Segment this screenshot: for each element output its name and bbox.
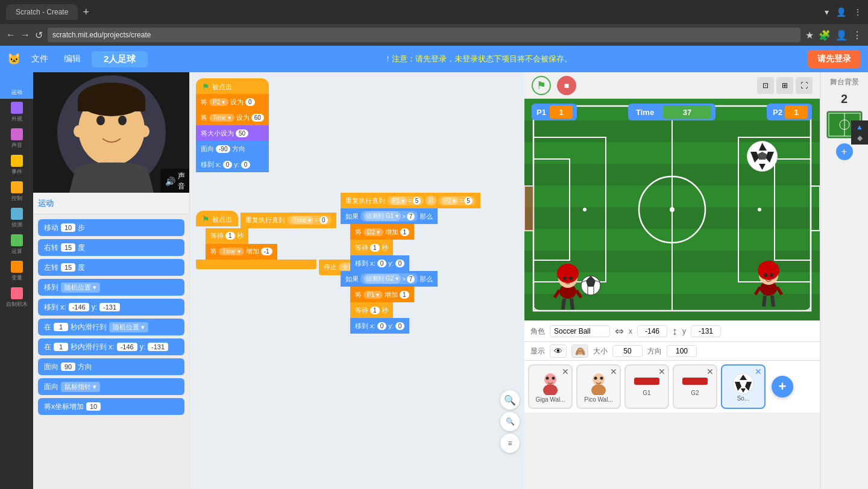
wait-1-sec-2[interactable]: 等待 1 秒 bbox=[350, 302, 393, 318]
if-g2-block[interactable]: 如果 侦测到 G2 ▾ > 7 那么 bbox=[341, 271, 438, 287]
sprite-item-soccer[interactable]: ✕ So... bbox=[721, 364, 766, 409]
blocks-area: 移动 10 步 右转 15 度 左转 15 度 bbox=[33, 214, 189, 489]
sprite-item-pico[interactable]: ✕ Pico Wal... bbox=[576, 364, 621, 409]
forward-icon[interactable]: → bbox=[20, 30, 30, 40]
mini-icon-1[interactable]: ▲ bbox=[856, 123, 863, 131]
block-group-1: ⚑ 被点击 将 P2 ▾ 设为 0 将 Time bbox=[196, 78, 269, 172]
direction-input[interactable] bbox=[667, 345, 697, 357]
browser-controls: ▾ 👤 ⋮ bbox=[825, 7, 862, 17]
sidebar-item-motion[interactable]: 运动 bbox=[0, 72, 33, 99]
sound-tab[interactable]: 🔊 声音 bbox=[160, 169, 189, 193]
sprite-name-input[interactable] bbox=[550, 325, 610, 337]
move-to-xy-block[interactable]: 移到 x: -146 y: -131 bbox=[38, 299, 184, 316]
goto-0-0-inner[interactable]: 移到 x: 0 y: 0 bbox=[350, 255, 409, 271]
menu-dots-icon[interactable]: ⋮ bbox=[852, 30, 862, 41]
change-x-block[interactable]: 将x坐标增加 10 bbox=[38, 398, 184, 415]
chevron-down-icon[interactable]: ▾ bbox=[825, 7, 829, 17]
sprite-item-g2[interactable]: ✕ G2 bbox=[673, 364, 717, 409]
project-name-tab[interactable]: 2人足球 bbox=[92, 51, 148, 67]
x-value-input[interactable] bbox=[637, 325, 667, 337]
change-time-block[interactable]: 将 Time ▾ 增加 -1 bbox=[206, 244, 277, 260]
add-backdrop-button[interactable]: + bbox=[836, 143, 853, 160]
svg-point-42 bbox=[770, 273, 773, 277]
delete-g2-icon[interactable]: ✕ bbox=[706, 367, 714, 376]
glide-random-block[interactable]: 在 1 秒内滑行到 随机位置 ▾ bbox=[38, 319, 184, 335]
fullscreen-btn[interactable]: ⛶ bbox=[796, 77, 813, 94]
glide-xy-block[interactable]: 在 1 秒内滑行到 x: -146 y: -131 bbox=[38, 338, 184, 355]
svg-point-4 bbox=[118, 116, 127, 125]
move-to-block[interactable]: 移到 随机位置 ▾ bbox=[38, 279, 184, 296]
hat-block-2[interactable]: ⚑ 被点击 bbox=[196, 211, 238, 226]
sprite-properties: 角色 ⇔ x ↕ y bbox=[524, 320, 820, 341]
sidebar-item-sensing[interactable]: 侦测 bbox=[0, 205, 33, 231]
bookmark-icon[interactable]: ★ bbox=[805, 30, 814, 41]
new-tab-button[interactable]: + bbox=[83, 6, 89, 19]
sprite-list-area: ✕ Giga Wal... ✕ bbox=[524, 360, 820, 413]
size-input[interactable] bbox=[612, 345, 643, 357]
zoom-fit-button[interactable]: ≡ bbox=[500, 434, 520, 453]
svg-text:1: 1 bbox=[794, 108, 798, 117]
direction-block[interactable]: 面向 -90 方向 bbox=[196, 141, 269, 157]
zoom-in-button[interactable]: 🔍 bbox=[500, 390, 520, 410]
sprite-item-giga[interactable]: ✕ Giga Wal... bbox=[528, 364, 573, 409]
sidebar-item-operators[interactable]: 运算 bbox=[0, 231, 33, 258]
sidebar-item-looks[interactable]: 外观 bbox=[0, 99, 33, 125]
delete-giga-icon[interactable]: ✕ bbox=[562, 367, 569, 376]
goto-xy-2[interactable]: 移到 x: 0 y: 0 bbox=[350, 318, 409, 334]
repeat-until-block[interactable]: 重复执行直到 Time ▾ = 0 bbox=[241, 213, 336, 228]
sidebar-item-sound[interactable]: 声音 bbox=[0, 125, 33, 152]
set-p2-block[interactable]: 将 P2 ▾ 设为 0 bbox=[196, 94, 269, 110]
smaller-stage-btn[interactable]: ⊡ bbox=[757, 77, 774, 94]
bigger-stage-btn[interactable]: ⊞ bbox=[776, 77, 793, 94]
more-icon[interactable]: ⋮ bbox=[854, 7, 862, 17]
login-button[interactable]: 请先登录 bbox=[808, 50, 861, 68]
delete-soccer-icon[interactable]: ✕ bbox=[755, 367, 762, 376]
left-icon-panel: 运动 外观 声音 事件 控制 侦测 bbox=[0, 72, 33, 489]
goto-block[interactable]: 移到 x: 0 y: 0 bbox=[196, 157, 269, 172]
sprite-label: 角色 bbox=[530, 326, 545, 337]
svg-point-26 bbox=[583, 208, 587, 211]
y-label: y bbox=[682, 327, 686, 335]
sprite-item-g1[interactable]: ✕ G1 bbox=[624, 364, 669, 409]
back-icon[interactable]: ← bbox=[6, 30, 16, 40]
sidebar-item-variables[interactable]: 变量 bbox=[0, 258, 33, 284]
mini-icon-2[interactable]: ◆ bbox=[857, 134, 863, 142]
blocks-panel: 🔊 声音 运动 移动 10 步 bbox=[33, 72, 190, 489]
show-button[interactable]: 👁 bbox=[550, 344, 567, 358]
wait-1-sec[interactable]: 等待 1 秒 bbox=[350, 240, 393, 255]
face-pointer-block[interactable]: 面向 鼠标指针 ▾ bbox=[38, 378, 184, 395]
svg-point-32 bbox=[563, 276, 567, 280]
sidebar-item-control[interactable]: 控制 bbox=[0, 178, 33, 205]
sidebar-item-events[interactable]: 事件 bbox=[0, 152, 33, 178]
y-value-input[interactable] bbox=[691, 325, 721, 337]
add-sprite-button[interactable]: + bbox=[772, 376, 793, 397]
repeat-until-score[interactable]: 重复执行直到 P1 ▾ = 5 且 P2 ▾ = 5 bbox=[341, 193, 480, 208]
delete-g1-icon[interactable]: ✕ bbox=[658, 367, 665, 376]
face-direction-block[interactable]: 面向 90 方向 bbox=[38, 358, 184, 375]
browser-bar: Scratch - Create + ▾ 👤 ⋮ bbox=[0, 0, 868, 24]
turn-right-block[interactable]: 右转 15 度 bbox=[38, 239, 184, 256]
reload-icon[interactable]: ↺ bbox=[35, 30, 43, 41]
hat-block[interactable]: ⚑ 被点击 bbox=[196, 78, 269, 94]
address-bar[interactable]: scratch.mit.edu/projects/create bbox=[48, 28, 800, 42]
green-flag-button[interactable]: ⚑ bbox=[532, 76, 551, 95]
file-menu-btn[interactable]: 文件 bbox=[27, 51, 53, 67]
change-p1[interactable]: 将 P1 ▾ 增加 1 bbox=[350, 287, 414, 302]
hide-button[interactable]: 🙈 bbox=[571, 344, 588, 358]
turn-left-block[interactable]: 左转 15 度 bbox=[38, 259, 184, 276]
edit-menu-btn[interactable]: 编辑 bbox=[59, 51, 86, 67]
profile-icon[interactable]: 👤 bbox=[835, 30, 848, 41]
delete-pico-icon[interactable]: ✕ bbox=[610, 367, 617, 376]
puzzle-icon[interactable]: 🧩 bbox=[819, 30, 831, 41]
browser-tab[interactable]: Scratch - Create bbox=[6, 4, 78, 20]
zoom-out-button[interactable]: 🔍 bbox=[500, 412, 520, 431]
set-time-block[interactable]: 将 Time ▾ 设为 60 bbox=[196, 110, 269, 125]
sidebar-item-myblocks[interactable]: 自制积木 bbox=[0, 284, 33, 311]
change-d2[interactable]: 将 D2 ▾ 增加 1 bbox=[350, 224, 414, 240]
profile-icon[interactable]: 👤 bbox=[836, 7, 846, 17]
if-g1-block[interactable]: 如果 侦测到 G1 ▾ > 7 那么 bbox=[341, 208, 438, 224]
stop-button[interactable]: ■ bbox=[557, 76, 576, 95]
move-block[interactable]: 移动 10 步 bbox=[38, 219, 184, 236]
wait-block[interactable]: 等待 1 秒 bbox=[206, 228, 248, 244]
size-block[interactable]: 将大小设为 50 bbox=[196, 125, 269, 141]
